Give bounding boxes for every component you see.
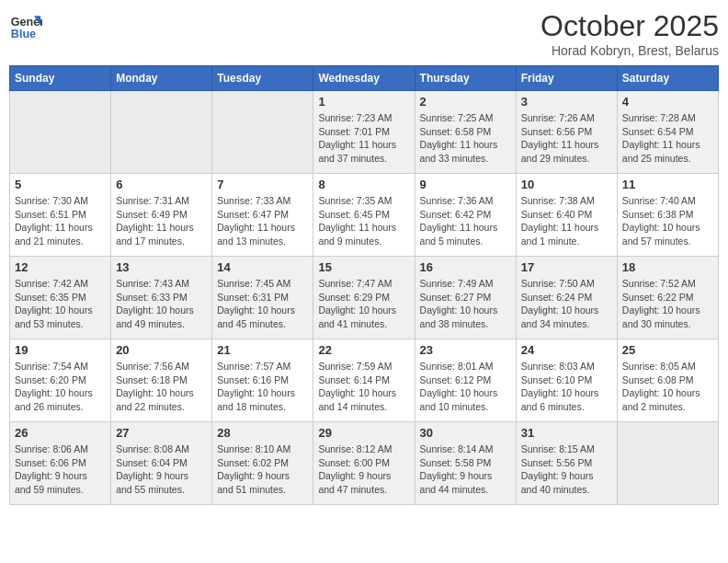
day-info: Sunrise: 7:25 AM Sunset: 6:58 PM Dayligh…: [420, 111, 511, 166]
day-number: 7: [217, 178, 308, 191]
day-info: Sunrise: 8:12 AM Sunset: 6:00 PM Dayligh…: [318, 442, 409, 497]
day-info: Sunrise: 7:31 AM Sunset: 6:49 PM Dayligh…: [116, 194, 207, 248]
page-header: General Blue October 2025 Horad Kobryn, …: [9, 9, 719, 58]
day-number: 4: [622, 95, 713, 109]
day-number: 3: [521, 95, 612, 109]
calendar-cell: 19Sunrise: 7:54 AM Sunset: 6:20 PM Dayli…: [10, 339, 111, 422]
day-number: 27: [116, 426, 207, 440]
day-info: Sunrise: 7:35 AM Sunset: 6:45 PM Dayligh…: [318, 194, 409, 248]
weekday-header-sunday: Sunday: [10, 66, 111, 91]
svg-text:Blue: Blue: [11, 28, 36, 40]
day-info: Sunrise: 8:10 AM Sunset: 6:02 PM Dayligh…: [217, 442, 308, 497]
day-info: Sunrise: 7:49 AM Sunset: 6:27 PM Dayligh…: [420, 277, 511, 331]
day-info: Sunrise: 7:36 AM Sunset: 6:42 PM Dayligh…: [420, 194, 511, 248]
day-info: Sunrise: 7:26 AM Sunset: 6:56 PM Dayligh…: [521, 111, 612, 166]
calendar-table: SundayMondayTuesdayWednesdayThursdayFrid…: [9, 65, 719, 505]
calendar-week-row: 19Sunrise: 7:54 AM Sunset: 6:20 PM Dayli…: [10, 339, 719, 422]
day-info: Sunrise: 7:56 AM Sunset: 6:18 PM Dayligh…: [116, 360, 207, 414]
day-number: 11: [622, 178, 713, 191]
calendar-cell: 21Sunrise: 7:57 AM Sunset: 6:16 PM Dayli…: [212, 339, 313, 422]
calendar-cell: 14Sunrise: 7:45 AM Sunset: 6:31 PM Dayli…: [212, 257, 313, 339]
calendar-cell: 26Sunrise: 8:06 AM Sunset: 6:06 PM Dayli…: [10, 422, 111, 505]
day-number: 25: [622, 343, 713, 357]
calendar-cell: 27Sunrise: 8:08 AM Sunset: 6:04 PM Dayli…: [111, 422, 212, 505]
calendar-cell: 31Sunrise: 8:15 AM Sunset: 5:56 PM Dayli…: [516, 422, 617, 505]
day-info: Sunrise: 7:38 AM Sunset: 6:40 PM Dayligh…: [521, 194, 612, 248]
day-number: 29: [318, 426, 409, 440]
month-title: October 2025: [540, 9, 719, 43]
day-number: 20: [116, 343, 207, 357]
day-number: 17: [521, 260, 612, 274]
calendar-cell: 13Sunrise: 7:43 AM Sunset: 6:33 PM Dayli…: [111, 257, 212, 339]
calendar-cell: 20Sunrise: 7:56 AM Sunset: 6:18 PM Dayli…: [111, 339, 212, 422]
day-info: Sunrise: 7:59 AM Sunset: 6:14 PM Dayligh…: [318, 360, 409, 414]
day-info: Sunrise: 8:08 AM Sunset: 6:04 PM Dayligh…: [116, 442, 207, 497]
calendar-cell: [10, 91, 111, 174]
calendar-cell: 7Sunrise: 7:33 AM Sunset: 6:47 PM Daylig…: [212, 174, 313, 257]
weekday-header-tuesday: Tuesday: [212, 66, 313, 91]
day-info: Sunrise: 7:30 AM Sunset: 6:51 PM Dayligh…: [15, 194, 106, 248]
day-number: 19: [15, 343, 106, 357]
day-info: Sunrise: 7:33 AM Sunset: 6:47 PM Dayligh…: [217, 194, 308, 248]
day-number: 26: [15, 426, 106, 440]
day-number: 21: [217, 343, 308, 357]
day-number: 8: [318, 178, 409, 191]
calendar-cell: 15Sunrise: 7:47 AM Sunset: 6:29 PM Dayli…: [313, 257, 415, 339]
calendar-cell: [111, 91, 212, 174]
logo: General Blue: [9, 9, 42, 42]
calendar-cell: [212, 91, 313, 174]
day-number: 23: [420, 343, 511, 357]
calendar-cell: 11Sunrise: 7:40 AM Sunset: 6:38 PM Dayli…: [617, 174, 718, 257]
weekday-header-row: SundayMondayTuesdayWednesdayThursdayFrid…: [10, 66, 719, 91]
calendar-cell: 23Sunrise: 8:01 AM Sunset: 6:12 PM Dayli…: [415, 339, 516, 422]
day-number: 28: [217, 426, 308, 440]
day-info: Sunrise: 8:01 AM Sunset: 6:12 PM Dayligh…: [420, 360, 511, 414]
calendar-cell: 5Sunrise: 7:30 AM Sunset: 6:51 PM Daylig…: [10, 174, 111, 257]
weekday-header-friday: Friday: [516, 66, 617, 91]
calendar-week-row: 12Sunrise: 7:42 AM Sunset: 6:35 PM Dayli…: [10, 257, 719, 339]
day-number: 22: [318, 343, 409, 357]
day-number: 1: [318, 95, 409, 109]
day-number: 9: [420, 178, 511, 191]
calendar-cell: 17Sunrise: 7:50 AM Sunset: 6:24 PM Dayli…: [516, 257, 617, 339]
logo-icon: General Blue: [9, 9, 42, 42]
day-info: Sunrise: 7:52 AM Sunset: 6:22 PM Dayligh…: [622, 277, 713, 331]
day-info: Sunrise: 7:45 AM Sunset: 6:31 PM Dayligh…: [217, 277, 308, 331]
day-info: Sunrise: 7:47 AM Sunset: 6:29 PM Dayligh…: [318, 277, 409, 331]
calendar-cell: 8Sunrise: 7:35 AM Sunset: 6:45 PM Daylig…: [313, 174, 415, 257]
day-info: Sunrise: 7:42 AM Sunset: 6:35 PM Dayligh…: [15, 277, 106, 331]
day-info: Sunrise: 7:28 AM Sunset: 6:54 PM Dayligh…: [622, 111, 713, 166]
calendar-cell: 3Sunrise: 7:26 AM Sunset: 6:56 PM Daylig…: [516, 91, 617, 174]
day-info: Sunrise: 8:14 AM Sunset: 5:58 PM Dayligh…: [420, 442, 511, 497]
day-info: Sunrise: 7:43 AM Sunset: 6:33 PM Dayligh…: [116, 277, 207, 331]
weekday-header-thursday: Thursday: [415, 66, 516, 91]
calendar-cell: [617, 422, 718, 505]
calendar-week-row: 26Sunrise: 8:06 AM Sunset: 6:06 PM Dayli…: [10, 422, 719, 505]
day-number: 5: [15, 178, 106, 191]
calendar-week-row: 5Sunrise: 7:30 AM Sunset: 6:51 PM Daylig…: [10, 174, 719, 257]
day-number: 15: [318, 260, 409, 274]
calendar-cell: 6Sunrise: 7:31 AM Sunset: 6:49 PM Daylig…: [111, 174, 212, 257]
day-number: 6: [116, 178, 207, 191]
calendar-cell: 18Sunrise: 7:52 AM Sunset: 6:22 PM Dayli…: [617, 257, 718, 339]
calendar-cell: 1Sunrise: 7:23 AM Sunset: 7:01 PM Daylig…: [313, 91, 415, 174]
calendar-cell: 22Sunrise: 7:59 AM Sunset: 6:14 PM Dayli…: [313, 339, 415, 422]
day-number: 31: [521, 426, 612, 440]
calendar-cell: 9Sunrise: 7:36 AM Sunset: 6:42 PM Daylig…: [415, 174, 516, 257]
day-number: 24: [521, 343, 612, 357]
calendar-cell: 28Sunrise: 8:10 AM Sunset: 6:02 PM Dayli…: [212, 422, 313, 505]
calendar-cell: 16Sunrise: 7:49 AM Sunset: 6:27 PM Dayli…: [415, 257, 516, 339]
day-number: 10: [521, 178, 612, 191]
calendar-cell: 24Sunrise: 8:03 AM Sunset: 6:10 PM Dayli…: [516, 339, 617, 422]
day-number: 14: [217, 260, 308, 274]
calendar-cell: 12Sunrise: 7:42 AM Sunset: 6:35 PM Dayli…: [10, 257, 111, 339]
weekday-header-monday: Monday: [111, 66, 212, 91]
calendar-week-row: 1Sunrise: 7:23 AM Sunset: 7:01 PM Daylig…: [10, 91, 719, 174]
day-info: Sunrise: 8:15 AM Sunset: 5:56 PM Dayligh…: [521, 442, 612, 497]
location-subtitle: Horad Kobryn, Brest, Belarus: [540, 43, 719, 58]
day-info: Sunrise: 8:05 AM Sunset: 6:08 PM Dayligh…: [622, 360, 713, 414]
day-number: 13: [116, 260, 207, 274]
calendar-cell: 10Sunrise: 7:38 AM Sunset: 6:40 PM Dayli…: [516, 174, 617, 257]
day-info: Sunrise: 7:50 AM Sunset: 6:24 PM Dayligh…: [521, 277, 612, 331]
day-info: Sunrise: 7:40 AM Sunset: 6:38 PM Dayligh…: [622, 194, 713, 248]
